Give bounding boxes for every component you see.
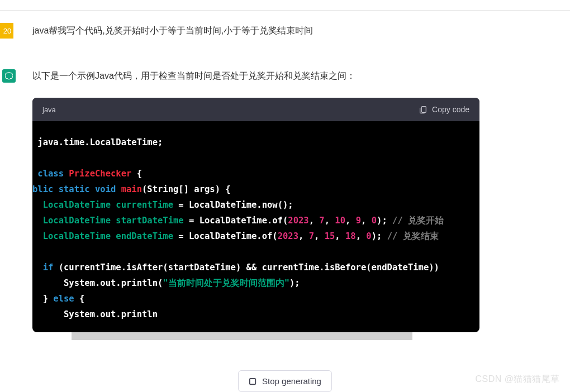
copy-code-label: Copy code [432, 105, 469, 114]
user-message-text: java帮我写个代码,兑奖开始时小于等于当前时间,小于等于兑奖结束时间 [32, 23, 313, 37]
assistant-message-row: 以下是一个示例Java代码，用于检查当前时间是否处于兑奖开始和兑奖结束之间： j… [0, 39, 570, 340]
stop-icon [249, 377, 256, 385]
code-content[interactable]: java.time.LocalDateTime; class PrizeChec… [32, 121, 479, 332]
svg-rect-0 [421, 107, 426, 113]
stop-generating-button[interactable]: Stop generating [238, 370, 332, 392]
code-block: java Copy code java.time.LocalDateTime; … [32, 98, 479, 332]
code-language-label: java [42, 106, 56, 114]
watermark-text: CSDN @猫猫猫尾草 [475, 374, 560, 385]
avatar-badge: 20 [0, 23, 13, 39]
svg-rect-1 [250, 378, 256, 384]
clipboard-icon [419, 105, 428, 114]
stop-generating-label: Stop generating [262, 376, 321, 386]
assistant-intro-text: 以下是一个示例Java代码，用于检查当前时间是否处于兑奖开始和兑奖结束之间： [32, 69, 570, 82]
code-header: java Copy code [32, 98, 479, 121]
horizontal-scrollbar[interactable] [72, 332, 412, 340]
user-message-row: 20 java帮我写个代码,兑奖开始时小于等于当前时间,小于等于兑奖结束时间 [0, 11, 570, 39]
openai-icon [2, 69, 16, 83]
copy-code-button[interactable]: Copy code [419, 105, 469, 114]
